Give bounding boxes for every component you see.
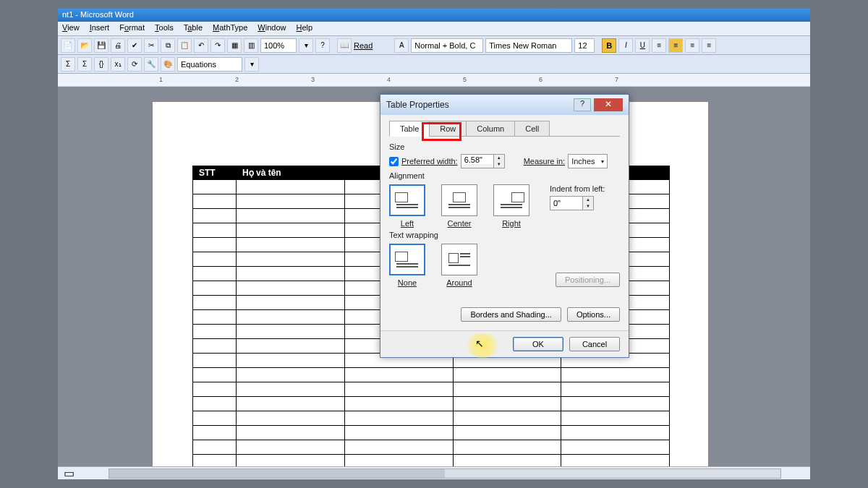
menu-view[interactable]: View [62,23,80,34]
options-button[interactable]: Options... [567,307,620,322]
preferred-width-spinner[interactable]: ▲▼ [461,154,505,168]
palette-icon[interactable]: 🎨 [161,57,175,72]
table-cell[interactable] [453,397,561,411]
table-cell[interactable] [237,252,345,267]
fontsize-select[interactable] [574,38,595,53]
view-icons[interactable]: ▭ [58,466,80,480]
indent-spinner[interactable]: ▲▼ [550,196,594,210]
table-cell[interactable] [193,397,237,411]
table-cell[interactable] [193,194,237,209]
read-icon[interactable]: 📖 [337,38,352,53]
table-cell[interactable] [193,382,237,397]
table-cell[interactable] [193,455,237,467]
spell-icon[interactable]: ✔ [127,38,142,53]
table-row[interactable] [193,397,670,411]
table-cell[interactable] [345,411,454,426]
table-cell[interactable] [453,455,561,467]
tab-column[interactable]: Column [466,121,515,137]
subscript-icon[interactable]: x₁ [111,57,125,72]
align-right-icon[interactable]: ≡ [685,38,699,53]
tools-icon[interactable]: 🔧 [144,57,158,72]
underline-button[interactable]: U [635,38,650,53]
table-cell[interactable] [193,339,237,354]
table-cell[interactable] [193,325,237,339]
menu-help[interactable]: Help [297,23,313,34]
horizontal-ruler[interactable]: 1 2 3 4 5 6 7 [58,74,810,87]
read-label[interactable]: Read [354,41,373,50]
table-cell[interactable] [237,411,345,426]
italic-button[interactable]: I [618,38,633,53]
table-cell[interactable] [561,455,670,467]
table-cell[interactable] [561,382,670,397]
table-cell[interactable] [193,180,237,194]
borders-shading-button[interactable]: Borders and Shading... [461,307,561,322]
table-cell[interactable] [561,397,670,411]
table-cell[interactable] [237,368,345,382]
undo-icon[interactable]: ↶ [194,38,208,53]
table-cell[interactable] [193,267,237,281]
table-cell[interactable] [237,325,345,339]
dialog-help-button[interactable]: ? [574,98,591,111]
table-row[interactable] [193,382,670,397]
table-row[interactable] [193,411,670,426]
table-cell[interactable] [237,194,345,209]
table-cell[interactable] [345,382,454,397]
bold-button[interactable]: B [602,38,616,53]
table-cell[interactable] [237,281,345,296]
table-cell[interactable] [237,209,345,223]
dialog-titlebar[interactable]: Table Properties ? ✕ [380,95,629,115]
table-cell[interactable] [345,455,454,467]
equations-select[interactable] [177,57,242,72]
align-right-option[interactable]: Right [493,184,529,228]
zoom-dropdown-icon[interactable]: ▾ [299,38,313,53]
table-row[interactable] [193,426,670,440]
sigma2-icon[interactable]: Σ [77,57,92,72]
wrap-around-option[interactable]: Around [441,244,477,287]
table-cell[interactable] [193,209,237,223]
redo-icon[interactable]: ↷ [210,38,225,53]
table-cell[interactable] [193,281,237,296]
new-icon[interactable]: 📄 [61,38,75,53]
align-left-icon[interactable]: ≡ [652,38,666,53]
menu-insert[interactable]: Insert [90,23,110,34]
cancel-button[interactable]: Cancel [569,337,620,351]
table-cell[interactable] [561,426,670,440]
table-cell[interactable] [453,368,561,382]
table-row[interactable] [193,440,670,455]
table-cell[interactable] [237,382,345,397]
table-cell[interactable] [193,223,237,238]
table-cell[interactable] [193,238,237,252]
align-center-option[interactable]: Center [441,184,477,228]
brackets-icon[interactable]: {} [94,57,109,72]
table-cell[interactable] [193,354,237,368]
col-stt[interactable]: STT [193,166,237,180]
table-cell[interactable] [237,455,345,467]
table-cell[interactable] [193,252,237,267]
table-cell[interactable] [193,310,237,325]
table-cell[interactable] [193,368,237,382]
preferred-width-checkbox[interactable] [389,157,399,166]
print-icon[interactable]: 🖨 [111,38,125,53]
style-indicator-icon[interactable]: A [394,38,409,53]
table-cell[interactable] [237,339,345,354]
table-cell[interactable] [237,310,345,325]
table-cell[interactable] [193,296,237,310]
tab-cell[interactable]: Cell [514,121,550,137]
menu-window[interactable]: Window [258,23,286,34]
table-cell[interactable] [237,238,345,252]
sigma-icon[interactable]: Σ [61,57,75,72]
cut-icon[interactable]: ✂ [144,38,158,53]
ok-button[interactable]: OK [513,337,563,351]
table-cell[interactable] [237,354,345,368]
table-cell[interactable] [193,411,237,426]
table-cell[interactable] [193,426,237,440]
table-cell[interactable] [345,440,454,455]
table-cell[interactable] [237,426,345,440]
table-cell[interactable] [237,180,345,194]
col-hovaten[interactable]: Họ và tên [237,166,345,180]
align-justify-icon[interactable]: ≡ [702,38,716,53]
font-select[interactable] [485,38,572,53]
zoom-input[interactable] [260,38,297,53]
paste-icon[interactable]: 📋 [177,38,192,53]
table-cell[interactable] [345,426,454,440]
